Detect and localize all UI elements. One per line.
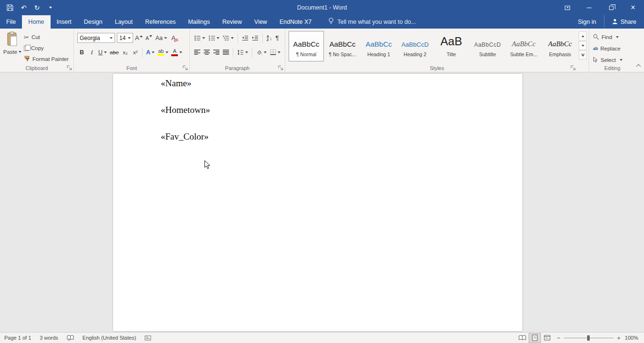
bullets-button[interactable] [193,33,206,43]
read-mode-button[interactable] [516,333,529,343]
increase-indent-button[interactable] [251,33,260,43]
word-count[interactable]: 3 words [35,333,62,343]
styles-more-icon[interactable] [579,50,587,60]
style-card-heading1[interactable]: AaBbCc Heading 1 [361,31,396,61]
collapse-ribbon-icon[interactable] [636,64,641,69]
customize-qat-icon[interactable] [47,0,52,15]
tell-me-box[interactable]: Tell me what you want to do... [328,15,416,29]
restore-icon[interactable] [600,0,622,15]
ribbon-display-options-icon[interactable] [556,0,578,15]
cut-button[interactable]: ✂ Cut [24,32,69,42]
styles-dialog-launcher-icon[interactable] [570,65,576,71]
save-icon[interactable] [7,0,13,15]
find-button[interactable]: Find [593,32,623,42]
font-group-label: Font [74,65,189,71]
text-highlight-button[interactable]: ab [156,47,169,57]
paste-button[interactable]: Paste [2,31,22,66]
tab-insert[interactable]: Insert [51,15,78,29]
ribbon-tab-bar: File Home Insert Design Layout Reference… [0,15,644,29]
style-card-subtle-emphasis[interactable]: AaBbCc Subtle Em... [506,31,541,61]
strikethrough-button[interactable]: abe [109,47,120,57]
line-spacing-button[interactable] [236,47,249,57]
eraser-icon [174,39,178,42]
copy-button[interactable]: Copy [24,43,69,53]
tab-review[interactable]: Review [216,15,248,29]
grow-font-button[interactable]: A [134,33,144,43]
change-case-button[interactable]: Aa [155,33,168,43]
sort-arrow-icon: ↓ [270,35,272,41]
macro-icon[interactable] [140,333,156,343]
font-dialog-launcher-icon[interactable] [182,65,188,71]
close-icon[interactable]: × [622,0,644,15]
show-hide-pilcrow-button[interactable]: ¶ [275,33,280,43]
minimize-icon[interactable] [578,0,600,15]
align-left-button[interactable] [193,47,201,57]
redo-icon[interactable]: ↻ [34,0,40,15]
underline-button[interactable]: U [97,47,108,57]
merge-field-name[interactable]: «Name» [161,77,522,104]
print-layout-button[interactable] [529,333,541,343]
italic-button[interactable]: I [87,47,96,57]
tab-layout[interactable]: Layout [109,15,139,29]
tab-endnote[interactable]: EndNote X7 [273,15,318,29]
subscript-button[interactable]: x₂ [121,47,130,57]
tab-home[interactable]: Home [22,15,50,29]
tab-file[interactable]: File [0,15,22,29]
zoom-slider-thumb[interactable] [587,335,590,341]
clipboard-dialog-launcher-icon[interactable] [66,65,73,71]
style-card-heading2[interactable]: AaBbCcD Heading 2 [397,31,433,61]
style-card-no-spacing[interactable]: AaBbCc ¶ No Spac... [325,31,360,61]
clear-formatting-button[interactable]: A [169,33,178,43]
styles-scroll-up-icon[interactable] [579,31,587,40]
tab-mailings[interactable]: Mailings [182,15,216,29]
paste-icon [5,31,20,48]
style-card-normal[interactable]: AaBbCc ¶ Normal [289,31,324,61]
paragraph-dialog-launcher-icon[interactable] [278,65,284,71]
zoom-in-button[interactable]: + [613,334,624,342]
paragraph-group-label: Paragraph [190,65,285,71]
merge-field-hometown[interactable]: «Hometown» [161,104,522,131]
superscript-button[interactable]: x² [131,47,140,57]
style-card-subtitle[interactable]: AaBbCcD Subtitle [470,31,505,61]
borders-button[interactable] [269,47,281,57]
style-card-emphasis[interactable]: AaBbCc Emphasis [542,31,578,61]
justify-button[interactable] [222,47,230,57]
editing-group-label: Editing [589,65,635,71]
tab-design[interactable]: Design [78,15,109,29]
language-indicator[interactable]: English (United States) [78,333,141,343]
document-area: «Name» «Hometown» «Fav_Color» [0,73,644,332]
tab-references[interactable]: References [139,15,182,29]
font-size-select[interactable]: 14 [117,33,133,43]
web-layout-button[interactable] [541,333,553,343]
paragraph-group: AZ ↓ ¶ [190,29,285,72]
sign-in-link[interactable]: Sign in [570,15,603,29]
decrease-indent-button[interactable] [241,33,249,43]
font-family-select[interactable]: Georgia [77,33,115,43]
align-right-button[interactable] [212,47,220,57]
numbering-button[interactable] [208,33,220,43]
ribbon: Paste ✂ Cut Copy Format Painter Clipboar… [0,29,644,72]
bold-button[interactable]: B [77,47,86,57]
text-effects-button[interactable]: A [145,47,156,57]
replace-button[interactable]: ab Replace [593,44,623,53]
document-page[interactable]: «Name» «Hometown» «Fav_Color» [113,74,522,331]
styles-scroll-down-icon[interactable] [579,41,587,50]
style-card-title[interactable]: AaB Title [434,31,469,61]
select-button[interactable]: Select [593,55,623,65]
page-indicator[interactable]: Page 1 of 1 [0,333,35,343]
multilevel-list-button[interactable] [222,33,235,43]
font-color-button[interactable]: A [170,47,183,57]
align-center-button[interactable] [203,47,211,57]
sort-button[interactable]: AZ ↓ [266,33,273,43]
zoom-slider[interactable] [564,333,613,343]
shading-button[interactable] [255,47,268,57]
format-painter-button[interactable]: Format Painter [24,54,69,64]
shrink-font-button[interactable]: A [145,33,154,43]
proofing-icon[interactable] [62,333,78,343]
undo-icon[interactable]: ↶ [21,0,27,15]
zoom-out-button[interactable]: − [553,334,564,342]
merge-field-fav-color[interactable]: «Fav_Color» [161,131,522,157]
zoom-level[interactable]: 100% [624,335,644,341]
tab-view[interactable]: View [248,15,273,29]
share-button[interactable]: Share [604,15,644,29]
